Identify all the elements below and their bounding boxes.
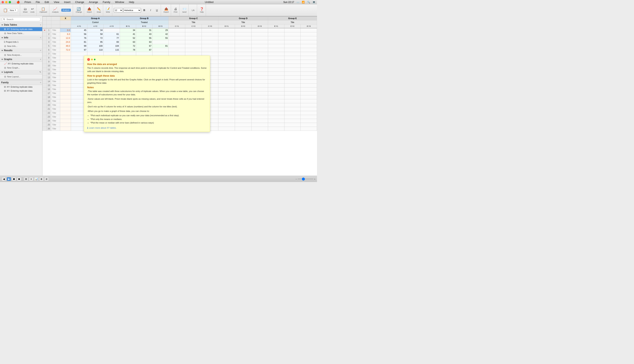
row-title[interactable]: Title [51, 52, 60, 56]
data-cell[interactable] [284, 72, 301, 76]
export-button[interactable]: 📤 Export [162, 7, 170, 14]
row-title[interactable]: Title [51, 36, 60, 40]
row-delete-cell[interactable] [43, 80, 47, 83]
data-cell[interactable] [284, 123, 301, 127]
data-cell[interactable] [185, 48, 202, 52]
data-cell[interactable] [268, 115, 284, 119]
data-cell[interactable] [301, 99, 317, 103]
data-cell[interactable] [185, 52, 202, 56]
data-cell[interactable] [268, 119, 284, 123]
data-cell[interactable] [218, 52, 235, 56]
x-value-cell[interactable] [60, 52, 71, 56]
data-cell[interactable] [235, 48, 252, 52]
data-cell[interactable] [218, 44, 235, 48]
data-cell[interactable] [252, 95, 268, 99]
data-cell[interactable] [301, 76, 317, 80]
row-delete-cell[interactable] [43, 76, 47, 80]
data-cell[interactable] [268, 72, 284, 76]
data-cell[interactable] [104, 52, 120, 56]
zoom-plus-icon[interactable]: + [314, 178, 315, 180]
data-cell[interactable] [252, 52, 268, 56]
row-title[interactable]: Title [51, 32, 60, 36]
data-cell[interactable] [252, 103, 268, 107]
info-header[interactable]: ▼ Info » [0, 36, 42, 40]
menu-file[interactable]: File [35, 0, 41, 4]
data-cell[interactable] [268, 76, 284, 80]
row-delete-cell[interactable] [43, 68, 47, 72]
row-delete-cell[interactable] [43, 123, 47, 127]
data-cell[interactable] [284, 83, 301, 87]
help-button[interactable]: ❓ Help [199, 7, 205, 14]
data-cell[interactable] [252, 56, 268, 60]
row-delete-cell[interactable] [43, 72, 47, 76]
data-cell[interactable] [218, 127, 235, 130]
data-cell[interactable]: 58 [87, 32, 104, 36]
menu-family[interactable]: Family [102, 0, 111, 4]
data-cell[interactable] [268, 52, 284, 56]
sidebar-item-project-info[interactable]: ℹ Project Info 1 [0, 40, 42, 44]
data-cell[interactable] [202, 52, 218, 56]
data-cell[interactable] [284, 111, 301, 115]
search-input[interactable] [2, 17, 41, 21]
bottom-chart-button[interactable]: 📊 [34, 177, 39, 181]
group-d-header[interactable]: Group D [218, 16, 268, 20]
data-cell[interactable] [218, 95, 235, 99]
bottom-remove-button[interactable]: ⊘ [44, 177, 49, 181]
send-button[interactable]: 📨 Send [181, 7, 187, 14]
data-cell[interactable] [252, 44, 268, 48]
menu-help[interactable]: Help [128, 0, 135, 4]
data-cell[interactable] [169, 28, 185, 32]
bottom-table-button[interactable]: ⊞ [24, 177, 28, 181]
x-value-cell[interactable] [60, 83, 71, 87]
data-cell[interactable] [235, 44, 252, 48]
x-value-cell[interactable]: 12.0 [60, 36, 71, 40]
data-cell[interactable] [301, 127, 317, 130]
data-cell[interactable] [301, 80, 317, 83]
data-cell[interactable] [284, 40, 301, 44]
data-cell[interactable] [268, 60, 284, 64]
row-title[interactable]: Title [51, 68, 60, 72]
row-title[interactable]: Title [51, 60, 60, 64]
data-cell[interactable]: 55 [152, 36, 169, 40]
data-cell[interactable] [284, 36, 301, 40]
import-button[interactable]: 📥 Import [86, 7, 93, 14]
data-cell[interactable] [218, 107, 235, 111]
data-cell[interactable] [252, 83, 268, 87]
row-title[interactable]: Title [51, 28, 60, 32]
data-cell[interactable] [185, 32, 202, 36]
menubar-icon-keyboard[interactable]: ⌨️ [297, 1, 299, 4]
data-cell[interactable]: 41 [120, 32, 136, 36]
data-cell[interactable]: 87 [136, 48, 152, 52]
la-button[interactable]: LA [190, 8, 196, 12]
data-cell[interactable] [284, 95, 301, 99]
data-cell[interactable] [252, 119, 268, 123]
data-cell[interactable]: 115 [104, 48, 120, 52]
data-cell[interactable] [301, 91, 317, 95]
x-value-cell[interactable] [60, 72, 71, 76]
data-cell[interactable] [284, 107, 301, 111]
x-col-header[interactable]: X [60, 16, 71, 20]
x-value-cell[interactable] [60, 91, 71, 95]
sheet-button[interactable]: 🗂 Sheet [22, 7, 29, 14]
data-cell[interactable] [169, 48, 185, 52]
data-cell[interactable] [268, 80, 284, 83]
data-cell[interactable] [235, 111, 252, 115]
data-cell[interactable] [235, 76, 252, 80]
data-cell[interactable]: 45 [71, 28, 87, 32]
data-cell[interactable] [218, 111, 235, 115]
row-delete-cell[interactable] [43, 44, 47, 48]
graphs-header[interactable]: ▼ Graphs » [0, 57, 42, 62]
data-cell[interactable] [301, 83, 317, 87]
info-popup-close-button[interactable] [87, 58, 90, 61]
x-value-cell[interactable] [60, 107, 71, 111]
data-cell[interactable]: 31 [136, 28, 152, 32]
undo-button[interactable]: ↩ Undo [29, 7, 36, 14]
data-cell[interactable] [252, 127, 268, 130]
data-cell[interactable] [235, 119, 252, 123]
data-cell[interactable] [185, 44, 202, 48]
maximize-button[interactable] [9, 1, 11, 3]
bottom-record-button[interactable]: ⏺ [17, 177, 21, 181]
menubar-icon-wifi[interactable]: 📶 [302, 1, 305, 4]
zoom-slider[interactable] [298, 179, 313, 179]
data-cell[interactable] [202, 48, 218, 52]
